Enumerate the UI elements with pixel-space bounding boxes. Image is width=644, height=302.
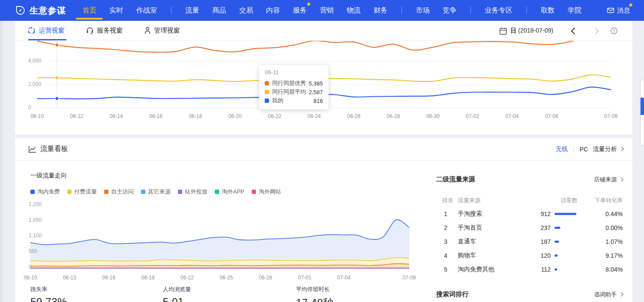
primary-traffic-chart[interactable]: 05501,1001,6502,20006-1006-1306-1606-190… <box>15 199 449 282</box>
legend-item[interactable]: 淘内免费 <box>30 188 60 196</box>
page-edge-strip <box>0 21 3 302</box>
nav-item-1[interactable]: 实时 <box>103 0 130 21</box>
nav-item-4[interactable]: 商品 <box>206 0 233 21</box>
cell-source-name: 淘内免费其他 <box>458 266 494 273</box>
traffic-source-row[interactable]: 2手淘首页2370.00% <box>436 221 623 235</box>
nav-message[interactable]: 消息 <box>607 0 630 21</box>
nav-item-label: 物流 <box>347 7 361 14</box>
metric-1: 人均浏览量5.01 <box>163 286 191 302</box>
chevron-right-icon <box>619 177 624 182</box>
legend-label: 淘外APP <box>222 188 244 196</box>
legend-item[interactable]: 其它来源 <box>141 188 171 196</box>
peer-comparison-chart[interactable]: 02,0004,00006-1006-1206-1406-1606-1806-2… <box>15 41 632 135</box>
x-axis-label: 06-16 <box>102 275 115 281</box>
traffic-source-row[interactable]: 1手淘搜索9120.44% <box>436 207 623 221</box>
nav-item-9[interactable]: 物流 <box>340 0 367 21</box>
traffic-board-card: 流量看板 无线 | PC 流量分析 一级流量走向 淘内免费付费流量自主访问其它来… <box>15 138 632 302</box>
brand[interactable]: 生意参谋 <box>16 5 66 16</box>
tooltip-rows: 同行同层优秀5,385同行同层平均2,587我的816 <box>265 79 323 105</box>
cell-visitors: 112 <box>541 266 551 273</box>
nav-item-13[interactable]: 业务专区 <box>478 0 519 21</box>
date-controls: 日 (2018-07-09) <box>499 21 618 41</box>
date-next-button[interactable] <box>593 28 598 33</box>
legend-item[interactable]: 付费流量 <box>67 188 97 196</box>
tab-service-view[interactable]: 服务视窗 <box>86 26 123 35</box>
y-axis-label: 1,100 <box>29 233 42 239</box>
traffic-source-row[interactable]: 3直通车1871.07% <box>436 235 623 249</box>
nav-item-5[interactable]: 交易 <box>233 0 260 21</box>
nav-item-6[interactable]: 内容 <box>260 0 286 21</box>
tab-operate-view[interactable]: 运营视窗 <box>28 26 65 35</box>
nav-item-7[interactable]: 服务 <box>286 0 313 21</box>
legend-item[interactable]: 淘外APP <box>215 188 244 196</box>
metric-label: 平均停留时长 <box>296 286 334 293</box>
x-axis-label: 07-09 <box>403 275 416 281</box>
legend-swatch <box>104 190 108 194</box>
info-icon[interactable] <box>611 27 618 34</box>
legend-item[interactable]: 站外投放 <box>178 188 207 196</box>
cell-conversion: 0.00% <box>605 224 623 231</box>
envelope-icon <box>607 8 614 13</box>
tooltip-series-name: 同行同层优秀 <box>272 79 306 87</box>
x-axis-label: 06-30 <box>426 113 440 119</box>
cell-rank: 1 <box>444 210 447 217</box>
cell-conversion: 0.44% <box>605 210 623 217</box>
nav-item-12[interactable]: 竞争 <box>436 0 463 21</box>
calendar-icon[interactable] <box>499 27 507 35</box>
person-icon <box>145 27 151 34</box>
nav-item-14[interactable]: 取数 <box>534 0 561 21</box>
nav-item-3[interactable]: 流量 <box>179 0 206 21</box>
nav-item-15[interactable]: 学院 <box>561 0 588 21</box>
traffic-board-title: 流量看板 <box>40 144 68 154</box>
floating-toolbar-active[interactable] <box>641 98 644 115</box>
nav-item-label: 取数 <box>541 7 555 14</box>
traffic-analysis-label: 流量分析 <box>593 145 617 153</box>
active-tab-underline <box>28 39 66 40</box>
tooltip-row: 我的816 <box>265 96 323 105</box>
date-prev-button[interactable] <box>571 28 576 33</box>
cell-source-name: 直通车 <box>458 238 476 246</box>
segment-wireless[interactable]: 无线 <box>555 145 568 153</box>
cell-conversion: 8.04% <box>605 266 623 273</box>
metric-label: 跳失率 <box>30 286 67 293</box>
tooltip-series-swatch <box>265 98 269 103</box>
nav-item-label: 学院 <box>568 7 582 14</box>
traffic-sources-panel: 二级流量来源 店铺来源 排名 流量来源 访客数 下单转化率 1手淘搜索9120.… <box>436 175 623 299</box>
legend-item[interactable]: 淘外网站 <box>252 188 281 196</box>
active-nav-underline <box>76 18 103 20</box>
metric-value: 17.48秒 <box>296 296 334 302</box>
word-helper-label: 选词助手 <box>594 291 617 299</box>
traffic-analysis-link[interactable]: 流量分析 <box>593 145 623 153</box>
traffic-board-controls: 无线 | PC 流量分析 <box>555 145 623 153</box>
nav-item-8[interactable]: 营销 <box>313 0 340 21</box>
search-words-header: 搜索词排行 选词助手 <box>436 290 623 299</box>
y-axis-label: 0 <box>28 105 31 111</box>
x-axis-label: 06-28 <box>387 113 400 119</box>
cell-visitors: 187 <box>541 238 551 245</box>
x-axis-label: 06-16 <box>149 113 163 119</box>
cell-rank: 5 <box>444 266 447 273</box>
nav-item-10[interactable]: 财务 <box>367 0 394 21</box>
line-chart-icon <box>29 146 36 153</box>
x-axis-label: 06-10 <box>24 275 37 281</box>
nav-divider <box>526 7 527 14</box>
nav-divider <box>401 7 402 14</box>
tab-manage-view[interactable]: 管理视窗 <box>145 26 180 35</box>
date-label[interactable]: 日 (2018-07-09) <box>510 27 553 35</box>
legend-item[interactable]: 自主访问 <box>104 188 134 196</box>
word-helper-link[interactable]: 选词助手 <box>594 291 623 299</box>
shop-sources-link[interactable]: 店铺来源 <box>594 176 623 184</box>
cell-source-name: 手淘搜索 <box>458 210 482 218</box>
tooltip-series-swatch <box>265 90 269 94</box>
nav-item-2[interactable]: 作战室 <box>130 0 164 21</box>
legend-swatch <box>141 190 145 194</box>
legend-label: 自主访问 <box>111 188 134 196</box>
primary-traffic-title: 一级流量走向 <box>30 172 67 180</box>
operate-view-icon <box>28 27 35 34</box>
segment-pc[interactable]: PC <box>580 146 588 153</box>
cell-visitors: 912 <box>541 210 551 217</box>
nav-item-0[interactable]: 首页 <box>76 0 103 21</box>
traffic-source-row[interactable]: 5淘内免费其他1128.04% <box>436 263 623 276</box>
nav-item-11[interactable]: 市场 <box>409 0 436 21</box>
traffic-source-row[interactable]: 4购物车1209.17% <box>436 249 623 263</box>
